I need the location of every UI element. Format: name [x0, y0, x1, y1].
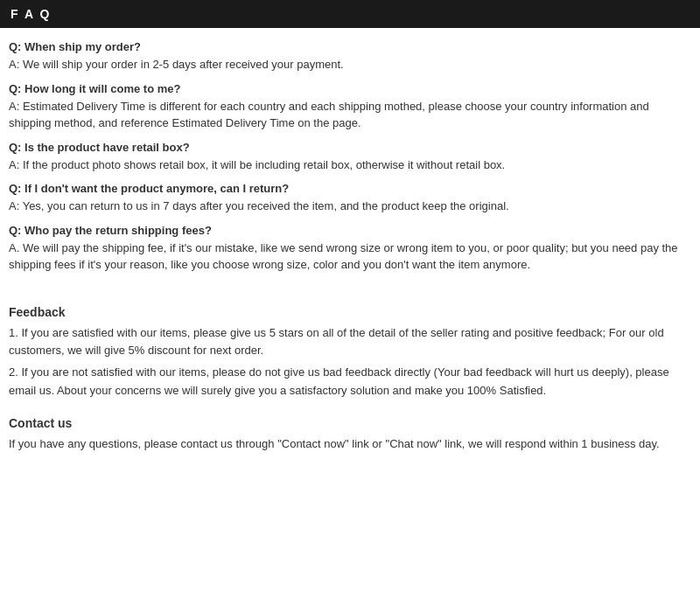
contact-title: Contact us — [9, 416, 691, 430]
faq-section: Q: When ship my order? A: We will ship y… — [9, 40, 691, 274]
qa-item-4: Q: If I don't want the product anymore, … — [9, 182, 691, 215]
qa-item-1: Q: When ship my order? A: We will ship y… — [9, 40, 691, 73]
answer-3: A: If the product photo shows retail box… — [9, 156, 691, 174]
question-5: Q: Who pay the return shipping fees? — [9, 224, 691, 237]
question-1: Q: When ship my order? — [9, 40, 691, 53]
feedback-point-1: 1. If you are satisfied with our items, … — [9, 324, 691, 361]
answer-4: A: Yes, you can return to us in 7 days a… — [9, 198, 691, 215]
feedback-section: Feedback 1. If you are satisfied with ou… — [9, 305, 691, 400]
qa-item-3: Q: Is the product have retail box? A: If… — [9, 141, 691, 174]
feedback-point-2: 2. If you are not satisfied with our ite… — [9, 364, 691, 400]
feedback-title: Feedback — [9, 305, 691, 319]
question-4: Q: If I don't want the product anymore, … — [9, 182, 691, 195]
answer-1: A: We will ship your order in 2-5 days a… — [9, 56, 691, 73]
answer-5: A. We will pay the shipping fee, if it's… — [9, 240, 691, 274]
contact-text: If you have any questions, please contac… — [9, 435, 691, 454]
qa-item-5: Q: Who pay the return shipping fees? A. … — [9, 224, 691, 274]
contact-section: Contact us If you have any questions, pl… — [9, 416, 691, 454]
qa-item-2: Q: How long it will come to me? A: Estim… — [9, 82, 691, 132]
faq-header-bar: F A Q — [0, 0, 700, 28]
question-3: Q: Is the product have retail box? — [9, 141, 691, 154]
answer-2: A: Estimated Delivery Time is different … — [9, 98, 691, 132]
faq-title: F A Q — [10, 7, 51, 21]
question-2: Q: How long it will come to me? — [9, 82, 691, 95]
